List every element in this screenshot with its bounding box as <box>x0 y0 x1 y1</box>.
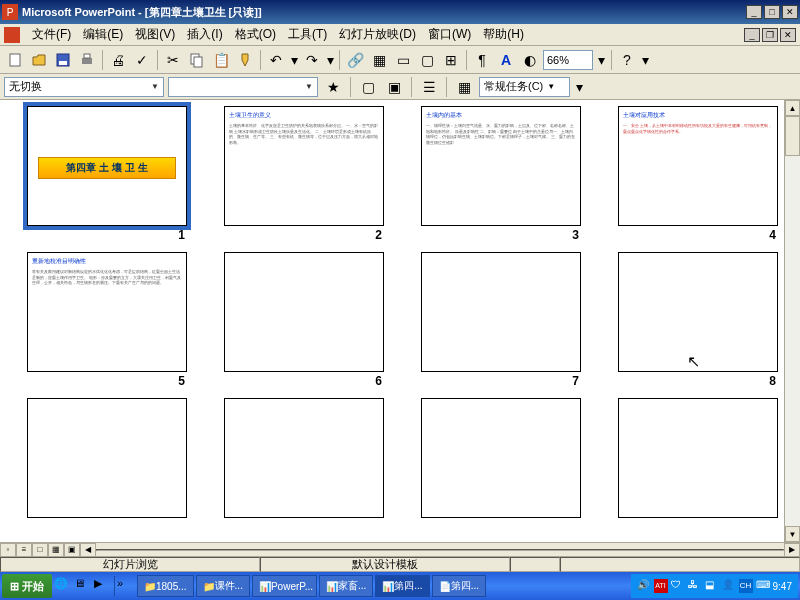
task-item[interactable]: 📁 课件... <box>196 575 250 597</box>
tray-keyboard-icon[interactable]: ⌨ <box>756 579 770 593</box>
tray-network-icon[interactable]: 🖧 <box>688 579 702 593</box>
cut-button[interactable]: ✂ <box>162 49 184 71</box>
slide-view-button[interactable]: □ <box>32 543 48 557</box>
menu-format[interactable]: 格式(O) <box>229 24 282 45</box>
effect-dropdown[interactable]: ▼ <box>168 77 318 97</box>
slide-number: 6 <box>375 374 382 388</box>
menu-window[interactable]: 窗口(W) <box>422 24 477 45</box>
rehearse-button[interactable]: ★ <box>322 76 344 98</box>
spelling-button[interactable]: ✓ <box>131 49 153 71</box>
tray-ime-icon[interactable]: CH <box>739 579 753 593</box>
tray-shield-icon[interactable]: 🛡 <box>671 579 685 593</box>
insert-table-button[interactable]: ▦ <box>368 49 390 71</box>
slide-thumb-8[interactable] <box>618 252 778 372</box>
close-button[interactable]: ✕ <box>782 5 798 19</box>
slide-thumb-11[interactable] <box>421 398 581 518</box>
copy-button[interactable] <box>186 49 208 71</box>
redo-button[interactable]: ↷ <box>301 49 323 71</box>
insert-hyperlink-button[interactable]: 🔗 <box>344 49 366 71</box>
task-item-active[interactable]: 📊 第四... <box>375 575 429 597</box>
slide-thumb-1[interactable]: 第四章 土 壤 卫 生 <box>27 106 187 226</box>
scroll-thumb[interactable] <box>785 116 800 156</box>
tray-msn-icon[interactable]: 👤 <box>722 579 736 593</box>
menu-slideshow[interactable]: 幻灯片放映(D) <box>333 24 422 45</box>
tray-sound-icon[interactable]: 🔊 <box>637 579 651 593</box>
secondbar-more[interactable]: ▾ <box>574 76 584 98</box>
zoom-input[interactable] <box>543 50 593 70</box>
menu-tools[interactable]: 工具(T) <box>282 24 333 45</box>
transition-dropdown[interactable]: 无切换▼ <box>4 77 164 97</box>
font-color-button[interactable]: A <box>495 49 517 71</box>
system-tray[interactable]: 🔊 ATI 🛡 🖧 ⬓ 👤 CH ⌨ 9:47 <box>631 574 798 598</box>
tray-clock[interactable]: 9:47 <box>773 581 792 592</box>
slide-thumb-3[interactable]: 土壤内的基本 一、物理性状：土壤内空气流量、水、重力的影响，土层及、位下部、名称… <box>421 106 581 226</box>
slide-thumb-12[interactable] <box>618 398 778 518</box>
scroll-track[interactable] <box>785 116 800 526</box>
notes-button[interactable]: ☰ <box>418 76 440 98</box>
doc-close-button[interactable]: ✕ <box>780 28 796 42</box>
hide-slide-button[interactable]: ▢ <box>357 76 379 98</box>
slide-thumb-10[interactable] <box>224 398 384 518</box>
menu-view[interactable]: 视图(V) <box>129 24 181 45</box>
insert-chart-button[interactable]: ▭ <box>392 49 414 71</box>
quicklaunch-more-icon[interactable]: » <box>117 577 135 595</box>
svg-rect-2 <box>59 61 67 65</box>
tray-ati-icon[interactable]: ATI <box>654 579 668 593</box>
redo-dropdown[interactable]: ▾ <box>325 49 335 71</box>
undo-button[interactable]: ↶ <box>265 49 287 71</box>
slide1-title: 第四章 土 壤 卫 生 <box>38 157 176 179</box>
quicklaunch-player-icon[interactable]: ▶ <box>94 577 112 595</box>
quicklaunch-desktop-icon[interactable]: 🖥 <box>74 577 92 595</box>
help-button[interactable]: ? <box>616 49 638 71</box>
normal-view-button[interactable]: ▫ <box>0 543 16 557</box>
expand-button[interactable]: ⊞ <box>440 49 462 71</box>
task-item[interactable]: 📄 第四... <box>432 575 486 597</box>
summary-slide-button[interactable]: ▣ <box>383 76 405 98</box>
scroll-up-button[interactable]: ▲ <box>785 100 800 116</box>
print-preview-button[interactable]: 🖨 <box>107 49 129 71</box>
format-painter-button[interactable] <box>234 49 256 71</box>
toolbar-more[interactable]: ▾ <box>640 49 650 71</box>
slide-thumb-7[interactable] <box>421 252 581 372</box>
outline-view-button[interactable]: ≡ <box>16 543 32 557</box>
zoom-dropdown[interactable]: ▾ <box>595 49 607 71</box>
quicklaunch-ie-icon[interactable]: 🌐 <box>54 577 72 595</box>
slide-thumb-9[interactable] <box>27 398 187 518</box>
paste-button[interactable]: 📋 <box>210 49 232 71</box>
grayscale-button[interactable]: ◐ <box>519 49 541 71</box>
show-formatting-button[interactable]: ¶ <box>471 49 493 71</box>
common-tasks-dropdown[interactable]: 常规任务(C) ▼ <box>479 77 570 97</box>
doc-minimize-button[interactable]: _ <box>744 28 760 42</box>
hscroll-right[interactable]: ▶ <box>784 543 800 557</box>
minimize-button[interactable]: _ <box>746 5 762 19</box>
maximize-button[interactable]: □ <box>764 5 780 19</box>
sorter-view-button[interactable]: ▦ <box>48 543 64 557</box>
vertical-scrollbar[interactable]: ▲ ▼ <box>784 100 800 542</box>
task-item[interactable]: 📊 家畜... <box>319 575 373 597</box>
tray-antivirus-icon[interactable]: ⬓ <box>705 579 719 593</box>
slideshow-view-button[interactable]: ▣ <box>64 543 80 557</box>
undo-dropdown[interactable]: ▾ <box>289 49 299 71</box>
menu-insert[interactable]: 插入(I) <box>181 24 228 45</box>
doc-restore-button[interactable]: ❐ <box>762 28 778 42</box>
scroll-down-button[interactable]: ▼ <box>785 526 800 542</box>
open-button[interactable] <box>28 49 50 71</box>
menu-help[interactable]: 帮助(H) <box>477 24 530 45</box>
layout-button[interactable]: ▦ <box>453 76 475 98</box>
print-button[interactable] <box>76 49 98 71</box>
task-item[interactable]: 📁 1805... <box>137 575 194 597</box>
slide-sorter-area[interactable]: 第四章 土 壤 卫 生 1 土壤卫生的意义 土壤的基本特征、化学反应是卫生防护的… <box>0 100 784 542</box>
slide-thumb-2[interactable]: 土壤卫生的意义 土壤的基本特征、化学反应是卫生防护的关系地表物质系部分层。 一、… <box>224 106 384 226</box>
save-button[interactable] <box>52 49 74 71</box>
slide-thumb-6[interactable] <box>224 252 384 372</box>
doc-icon <box>4 27 20 43</box>
hscroll-left[interactable]: ◀ <box>80 543 96 557</box>
new-slide-button[interactable]: ▢ <box>416 49 438 71</box>
slide-thumb-4[interactable]: 土壤对应用技术 一、安全 土壤，从土壤中本材料移动性所有功能及大量的有生健康，可… <box>618 106 778 226</box>
new-button[interactable] <box>4 49 26 71</box>
menu-edit[interactable]: 编辑(E) <box>77 24 129 45</box>
menu-file[interactable]: 文件(F) <box>26 24 77 45</box>
slide-thumb-5[interactable]: 重新地校准目明确性 将有关及家用建议对新结构设定的水供化化化考虑，可是提前结构，… <box>27 252 187 372</box>
task-item[interactable]: 📊 PowerP... <box>252 575 317 597</box>
start-button[interactable]: ⊞开始 <box>2 574 52 598</box>
